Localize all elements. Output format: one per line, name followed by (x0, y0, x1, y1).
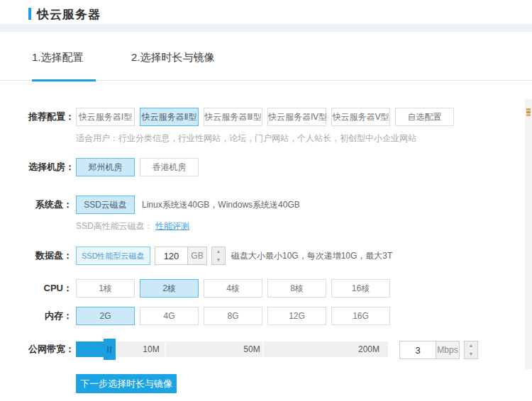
memory-label: 内存： (28, 307, 72, 325)
row-system-disk: 系统盘： SSD云磁盘 Linux系统送40GB，Windows系统送40GB (28, 196, 511, 214)
performance-test-link[interactable]: 性能评测 (155, 221, 189, 231)
data-disk-note: 磁盘大小最小10G，每次递增10G，最大3T (231, 247, 392, 265)
bandwidth-unit-label: Mbps (436, 341, 459, 358)
stepper-down-icon[interactable]: ▼ (212, 256, 225, 264)
ssd-helper-prefix: SSD高性能云磁盘： (76, 221, 153, 231)
row-memory: 内存： 2G4G8G12G16G (28, 307, 511, 325)
data-disk-size-stepper: ▲ ▼ (211, 247, 226, 265)
tab-select-config[interactable]: 1.选择配置 (32, 51, 96, 81)
option-button[interactable]: 自选配置 (395, 108, 454, 126)
option-button[interactable]: 快云服务器Ⅱ型 (140, 108, 199, 126)
stepper-down-icon[interactable]: ▼ (465, 350, 477, 358)
memory-options: 2G4G8G12G16G (76, 307, 390, 325)
bandwidth-value-input[interactable] (400, 341, 436, 358)
slider-mark-200m: 200M (358, 341, 379, 357)
slider-separator (262, 341, 264, 357)
option-button[interactable]: 快云服务器Ⅴ型 (331, 108, 390, 126)
header-divider-band (0, 24, 532, 32)
option-button[interactable]: SSD云磁盘 (76, 196, 135, 214)
option-button[interactable]: 郑州机房 (76, 158, 135, 176)
system-disk-options: SSD云磁盘 (76, 196, 135, 214)
data-disk-size-input[interactable] (155, 247, 187, 264)
title-accent-bar (28, 8, 31, 20)
slider-mark-10m: 10M (143, 341, 159, 357)
recommend-config-options: 快云服务器Ⅰ型快云服务器Ⅱ型快云服务器Ⅲ型快云服务器Ⅳ型快云服务器Ⅴ型自选配置 (76, 108, 454, 126)
system-disk-label: 系统盘： (28, 196, 72, 214)
tab-label: 1.选择配置 (32, 51, 84, 63)
bandwidth-value-group: Mbps (399, 341, 460, 359)
slider-mark-50m: 50M (243, 341, 260, 357)
step-tabs: 1.选择配置 2.选择时长与镜像 (0, 51, 532, 81)
row-bandwidth: 公网带宽： 10M 50M 200M Mbps ▲ ▼ (28, 341, 511, 362)
option-button[interactable]: 1核 (76, 279, 135, 298)
stepper-up-icon[interactable]: ▲ (465, 341, 477, 350)
cpu-options: 1核2核4核8核16核 (76, 279, 390, 298)
option-button[interactable]: 快云服务器Ⅳ型 (267, 108, 326, 126)
server-config-page: 快云服务器 1.选择配置 2.选择时长与镜像 推荐配置： 快云服务器Ⅰ型快云服务… (0, 0, 532, 401)
right-edge-panel[interactable] (525, 99, 532, 369)
stepper-up-icon[interactable]: ▲ (212, 247, 225, 256)
option-button[interactable]: 2核 (140, 279, 199, 298)
tab-select-duration-image[interactable]: 2.选择时长与镜像 (131, 51, 216, 81)
option-button[interactable]: 快云服务器Ⅲ型 (204, 108, 262, 126)
option-button[interactable]: 16G (331, 307, 390, 325)
active-tab-underline (32, 79, 96, 81)
row-cpu: CPU： 1核2核4核8核16核 (28, 279, 511, 298)
next-step-button[interactable]: 下一步选择时长与镜像 (76, 374, 177, 393)
option-button[interactable]: 4G (140, 307, 199, 325)
bandwidth-slider-handle[interactable] (104, 339, 116, 360)
bandwidth-stepper: ▲ ▼ (464, 341, 478, 359)
data-disk-size-group: GB (155, 247, 207, 265)
handle-grip-line (107, 346, 109, 353)
datacenter-label: 选择机房： (28, 158, 72, 176)
option-button[interactable]: 12G (267, 307, 326, 325)
data-disk-unit-label: GB (187, 247, 206, 264)
option-button[interactable]: 2G (76, 307, 135, 325)
row-datacenter: 选择机房： 郑州机房香港机房 (28, 158, 511, 176)
option-button[interactable]: 16核 (331, 279, 390, 298)
option-button[interactable]: 8核 (267, 279, 326, 298)
data-disk-options: SSD性能型云磁盘 (76, 247, 150, 265)
page-header: 快云服务器 (0, 0, 532, 24)
recommend-config-label: 推荐配置： (28, 108, 72, 126)
option-button[interactable]: 香港机房 (140, 158, 199, 176)
bandwidth-label: 公网带宽： (28, 341, 72, 358)
data-disk-label: 数据盘： (28, 247, 72, 265)
system-disk-note: Linux系统送40GB，Windows系统送40GB (142, 196, 300, 214)
option-button[interactable]: 8G (204, 307, 262, 325)
datacenter-options: 郑州机房香港机房 (76, 158, 199, 176)
option-button[interactable]: SSD性能型云磁盘 (76, 247, 150, 265)
bandwidth-slider-track[interactable]: 10M 50M 200M (76, 341, 388, 357)
row-recommend-config: 推荐配置： 快云服务器Ⅰ型快云服务器Ⅱ型快云服务器Ⅲ型快云服务器Ⅳ型快云服务器Ⅴ… (28, 108, 511, 126)
option-button[interactable]: 4核 (204, 279, 262, 298)
row-data-disk: 数据盘： SSD性能型云磁盘 GB ▲ ▼ 磁盘大小最小10G，每次递增10G，… (28, 247, 511, 265)
feedback-widget-icon (526, 108, 531, 120)
slider-separator (165, 341, 166, 357)
recommend-helper-text: 适合用户：行业分类信息，行业性网站，论坛，门户网站，个人站长，初创型中小企业网站 (76, 132, 416, 145)
tab-label: 2.选择时长与镜像 (131, 51, 215, 63)
page-title: 快云服务器 (37, 6, 101, 23)
option-button[interactable]: 快云服务器Ⅰ型 (76, 108, 135, 126)
handle-grip-line (110, 346, 111, 353)
cpu-label: CPU： (28, 279, 72, 298)
system-disk-helper: SSD高性能云磁盘： 性能评测 (76, 220, 189, 232)
